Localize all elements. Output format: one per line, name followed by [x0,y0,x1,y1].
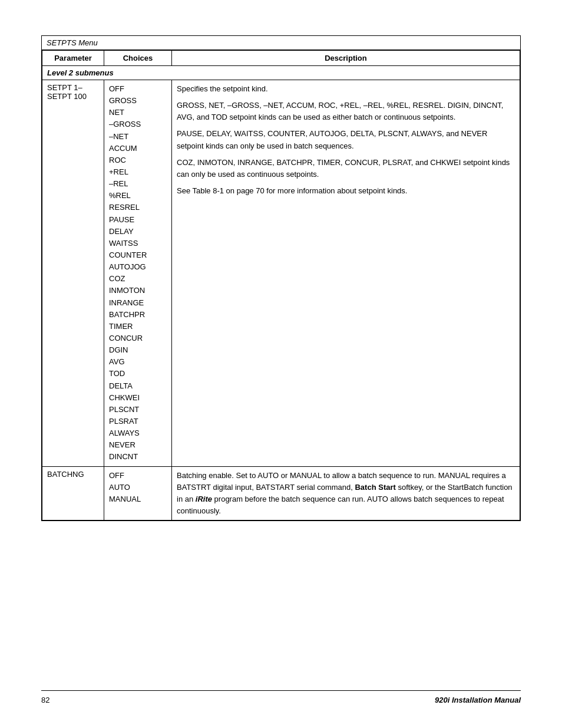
footer-document-title: 920i Installation Manual [435,696,521,704]
desc-para-1: Specifies the setpoint kind. [177,83,515,95]
desc-para-2: GROSS, NET, –GROSS, –NET, ACCUM, ROC, +R… [177,100,515,123]
main-table: Parameter Choices Description Level 2 su… [42,50,520,521]
desc-para-4: COZ, INMOTON, INRANGE, BATCHPR, TIMER, C… [177,157,515,180]
section-header-row: Level 2 submenus [42,66,520,80]
desc-para-3: PAUSE, DELAY, WAITSS, COUNTER, AUTOJOG, … [177,128,515,151]
desc-batchng: Batching enable. Set to AUTO or MANUAL t… [172,466,520,521]
choices-setpt: OFFGROSSNET–GROSS–NETACCUMROC+REL–REL%RE… [104,80,172,467]
table-header-row: Parameter Choices Description [42,51,520,66]
table-row: BATCHNG OFFAUTOMANUAL Batching enable. S… [42,466,520,521]
desc-para-batchng: Batching enable. Set to AUTO or MANUAL t… [177,470,515,518]
desc-para-5: See Table 8-1 on page 70 for more inform… [177,185,515,197]
table-title: SETPTS Menu [42,36,520,50]
section-label: Level 2 submenus [42,66,520,80]
table-row: SETPT 1–SETPT 100 OFFGROSSNET–GROSS–NETA… [42,80,520,467]
param-batchng: BATCHNG [42,466,104,521]
param-setpt: SETPT 1–SETPT 100 [42,80,104,467]
footer-page-number: 82 [41,696,49,704]
page-footer: 82 920i Installation Manual [41,690,521,704]
header-description: Description [172,51,520,66]
header-parameter: Parameter [42,51,104,66]
main-table-container: SETPTS Menu Parameter Choices Descriptio… [41,35,521,521]
header-choices: Choices [104,51,172,66]
desc-setpt: Specifies the setpoint kind. GROSS, NET,… [172,80,520,467]
choices-batchng: OFFAUTOMANUAL [104,466,172,521]
page-content: SETPTS Menu Parameter Choices Descriptio… [41,35,521,521]
